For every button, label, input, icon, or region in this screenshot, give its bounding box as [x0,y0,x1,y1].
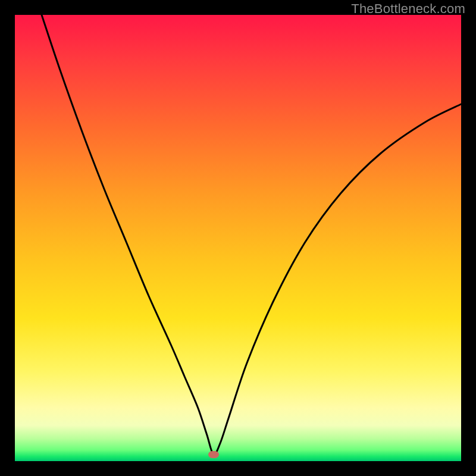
curve-layer [0,0,476,476]
chart-frame: TheBottleneck.com [0,0,476,476]
optimum-marker [208,451,219,458]
watermark-text: TheBottleneck.com [351,1,465,17]
bottleneck-curve [42,15,461,455]
